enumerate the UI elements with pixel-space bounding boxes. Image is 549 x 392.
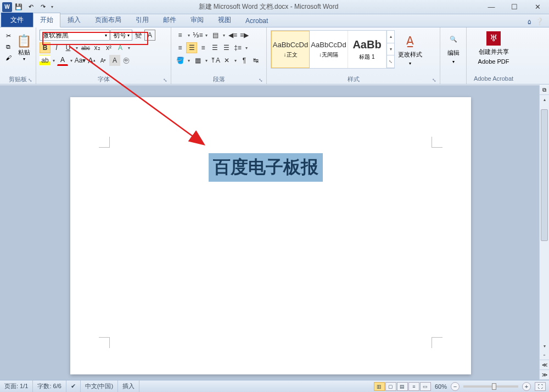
cut-icon[interactable]: ✂ [3, 31, 13, 41]
browse-object-icon[interactable]: ◦ [540, 350, 549, 360]
close-button[interactable]: ✕ [526, 0, 549, 14]
asian-more-icon[interactable]: ▾ [233, 55, 238, 66]
tab-acrobat[interactable]: Acrobat [238, 14, 275, 27]
zoom-out-button[interactable]: − [451, 382, 460, 391]
undo-icon[interactable]: ↶ [25, 2, 36, 13]
decrease-indent-icon[interactable]: ◀≡ [227, 30, 238, 41]
status-proofing[interactable]: ✔ [66, 380, 81, 392]
styles-more-icon[interactable]: ⤡ [387, 55, 394, 68]
highlight-icon[interactable]: ab [40, 55, 51, 66]
view-web-icon[interactable]: ▤ [397, 382, 408, 391]
highlight-more-icon[interactable]: ▾ [51, 58, 57, 63]
increase-indent-icon[interactable]: ≡▶ [239, 30, 250, 41]
qat-more-icon[interactable]: ▾ [49, 2, 55, 13]
redo-icon[interactable]: ↷ [37, 2, 48, 13]
scroll-up-icon[interactable]: ▴ [540, 95, 549, 104]
align-right-icon[interactable]: ≡ [198, 42, 209, 53]
borders-icon[interactable]: ▦ [192, 55, 203, 66]
subscript-button[interactable]: x₂ [92, 42, 103, 53]
italic-button[interactable]: I [51, 42, 62, 53]
borders-more-icon[interactable]: ▾ [204, 55, 209, 66]
format-painter-icon[interactable]: 🖌 [3, 53, 13, 63]
status-insert-mode[interactable]: 插入 [118, 380, 139, 392]
vertical-scrollbar[interactable]: ⧉ ▴ ▾ ◦ ≪ ≫ [539, 85, 549, 380]
bold-button[interactable]: B [40, 42, 51, 53]
scroll-down-icon[interactable]: ▾ [540, 341, 549, 350]
underline-button[interactable]: U [63, 42, 74, 53]
view-fullscreen-icon[interactable]: ▢ [385, 382, 396, 391]
clipboard-dialog-icon[interactable]: ⤡ [27, 77, 33, 84]
align-left-icon[interactable]: ≡ [175, 42, 186, 53]
next-page-icon[interactable]: ≫ [540, 370, 549, 380]
superscript-button[interactable]: x² [103, 42, 114, 53]
help-icon[interactable]: ❔ [535, 18, 544, 27]
bullets-icon[interactable]: ≡ [175, 30, 186, 41]
scroll-thumb[interactable] [541, 109, 548, 241]
font-color-more-icon[interactable]: ▾ [69, 58, 74, 63]
line-spacing-more-icon[interactable]: ▾ [244, 42, 249, 53]
styles-down-icon[interactable]: ▾ [387, 43, 394, 56]
change-styles-button[interactable]: A̲ 更改样式 ▾ [397, 30, 423, 69]
line-spacing-icon[interactable]: ‡≡ [232, 42, 243, 53]
justify-icon[interactable]: ☰ [209, 42, 220, 53]
strike-button[interactable]: abc [80, 42, 91, 53]
multilevel-more-icon[interactable]: ▾ [221, 30, 227, 41]
tab-review[interactable]: 审阅 [183, 13, 211, 27]
tab-home[interactable]: 开始 [33, 13, 60, 27]
char-shading-icon[interactable]: A [109, 55, 120, 66]
numbering-more-icon[interactable]: ▾ [204, 30, 209, 41]
align-center-icon[interactable]: ☰ [186, 42, 197, 53]
underline-more-icon[interactable]: ▾ [74, 46, 80, 51]
shrink-font-icon[interactable]: A▾ [98, 55, 109, 66]
paste-button[interactable]: 📋 粘贴 ▾ [14, 29, 33, 67]
fullscreen-icon[interactable]: ⛶ [535, 382, 546, 391]
change-case-icon[interactable]: Aa▾ [75, 55, 86, 66]
text-effects-more-icon[interactable]: ▾ [126, 46, 132, 51]
selected-text[interactable]: 百度电子板报 [209, 153, 323, 182]
styles-gallery[interactable]: AaBbCcDd ↓正文 AaBbCcDd ↓无间隔 AaBb 标题 1 ▴ ▾… [271, 30, 395, 69]
multilevel-icon[interactable]: ▤ [210, 30, 221, 41]
copy-icon[interactable]: ⧉ [3, 42, 13, 52]
grow-font-icon[interactable]: A▴ [86, 55, 97, 66]
distributed-icon[interactable]: ☰ [221, 42, 232, 53]
snap-icon[interactable]: ↹ [250, 55, 261, 66]
tab-insert[interactable]: 插入 [60, 13, 88, 27]
status-words[interactable]: 字数: 6/6 [33, 380, 66, 392]
numbering-icon[interactable]: ⅓≡ [192, 30, 203, 41]
status-page[interactable]: 页面: 1/1 [0, 380, 33, 392]
tab-file[interactable]: 文件 [1, 13, 33, 27]
minimize-button[interactable]: — [480, 0, 503, 14]
status-language[interactable]: 中文(中国) [81, 380, 118, 392]
font-color-icon[interactable]: A [57, 55, 68, 66]
zoom-slider[interactable] [463, 385, 518, 388]
zoom-level[interactable]: 60% [435, 383, 447, 390]
paragraph-dialog-icon[interactable]: ⤡ [257, 77, 264, 84]
bullets-more-icon[interactable]: ▾ [186, 30, 192, 41]
shading-more-icon[interactable]: ▾ [186, 55, 192, 66]
font-dialog-icon[interactable]: ⤡ [162, 77, 169, 84]
sort-icon[interactable]: ⤒A [210, 55, 221, 66]
tab-view[interactable]: 视图 [211, 13, 238, 27]
tab-references[interactable]: 引用 [128, 13, 156, 27]
view-print-icon[interactable]: ▥ [374, 382, 385, 391]
style-heading1[interactable]: AaBb 标题 1 [348, 31, 386, 68]
text-effects-icon[interactable]: A [115, 42, 126, 53]
style-normal[interactable]: AaBbCcDd ↓正文 [271, 31, 310, 68]
view-outline-icon[interactable]: ≡ [408, 382, 419, 391]
font-size-select[interactable]: 初号▾ [110, 30, 132, 41]
tab-layout[interactable]: 页面布局 [88, 13, 128, 27]
tab-mail[interactable]: 邮件 [156, 13, 183, 27]
styles-dialog-icon[interactable]: ⤡ [431, 77, 438, 84]
shading-icon[interactable]: 🪣 [175, 55, 186, 66]
view-draft-icon[interactable]: ▭ [420, 382, 431, 391]
page[interactable]: 百度电子板报 [70, 97, 471, 374]
phonetic-guide-icon[interactable]: 變 [133, 30, 144, 41]
document-viewport[interactable]: 百度电子板报 [0, 85, 539, 380]
font-name-select[interactable]: 微软雅黑▾ [40, 30, 110, 41]
style-no-spacing[interactable]: AaBbCcDd ↓无间隔 [310, 31, 348, 68]
maximize-button[interactable]: ☐ [503, 0, 526, 14]
zoom-handle[interactable] [492, 383, 496, 390]
char-border-icon[interactable]: A [144, 30, 155, 41]
minimize-ribbon-icon[interactable]: ㅤ۵ [528, 18, 531, 27]
show-marks-icon[interactable]: ¶ [239, 55, 250, 66]
